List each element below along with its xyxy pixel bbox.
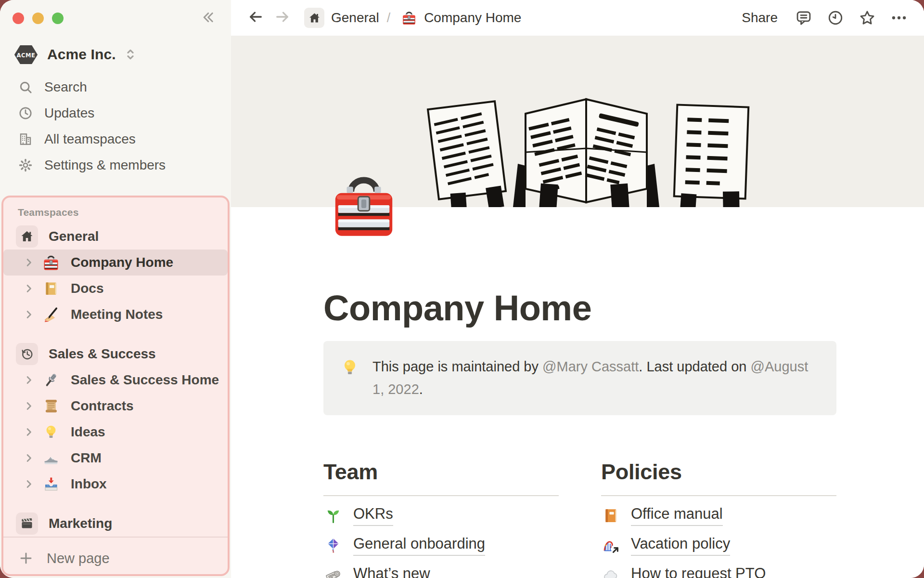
cover-illustration [419, 92, 756, 207]
sidebar-item-label: Company Home [71, 255, 173, 270]
page-link-vacation-policy[interactable]: Vacation policy [601, 535, 836, 556]
expand-chevron-icon[interactable] [22, 477, 36, 491]
orange-book-icon [601, 506, 620, 525]
breadcrumb-item-general[interactable]: General [293, 8, 379, 28]
expand-chevron-icon[interactable] [22, 255, 36, 270]
share-button[interactable]: Share [737, 7, 783, 28]
callout-text-segment: . Last updated on [639, 359, 750, 374]
sidebar: ACME Acme Inc. SearchUpdatesAll teamspac… [0, 0, 231, 578]
sidebar-nav: SearchUpdatesAll teamspacesSettings & me… [0, 74, 231, 178]
page-link-label[interactable]: OKRs [353, 505, 393, 526]
sidebar-item-label: CRM [71, 450, 102, 466]
forward-button[interactable] [272, 8, 293, 28]
teamspaces-label: Teamspaces [18, 207, 79, 218]
section-heading: Team [323, 460, 559, 496]
sidebar-item-search[interactable]: Search [0, 74, 231, 100]
sidebar-item-label: Contracts [71, 398, 134, 414]
mention[interactable]: @Mary Cassatt [542, 359, 639, 374]
expand-chevron-icon[interactable] [22, 281, 36, 296]
sidebar-item-crm[interactable]: CRM [3, 445, 228, 471]
ledger-icon [42, 279, 60, 298]
page-content: Company Home This page is maintained by … [323, 207, 836, 578]
teamspaces-section: Teamspaces [3, 201, 228, 223]
sidebar-item-label: Ideas [71, 424, 105, 440]
history-icon [827, 9, 844, 26]
page-icon-toolbox[interactable] [327, 170, 400, 241]
callout-block[interactable]: This page is maintained by @Mary Cassatt… [323, 341, 836, 415]
page-link-label[interactable]: Vacation policy [631, 535, 730, 556]
teamspace-icon-chip [16, 225, 38, 248]
sidebar-item-sales-success[interactable]: Sales & Success [3, 341, 228, 367]
page-link-how-to-request-pto[interactable]: How to request PTO [601, 565, 836, 578]
forward-arrow-icon [274, 9, 291, 27]
expand-chevron-icon[interactable] [22, 425, 36, 439]
star-button[interactable] [857, 7, 878, 28]
page-link-general-onboarding[interactable]: General onboarding [323, 535, 559, 556]
sidebar-item-company-home[interactable]: Company Home [3, 250, 228, 276]
sidebar-item-general[interactable]: General [3, 223, 228, 250]
expand-chevron-icon[interactable] [22, 399, 36, 413]
page-link-label[interactable]: What’s new [353, 565, 430, 578]
expand-chevron-icon[interactable] [22, 307, 36, 322]
ellipsis-button[interactable] [888, 7, 910, 28]
teamspaces-highlight-panel: Teamspaces GeneralCompany HomeDocsMeetin… [1, 196, 230, 576]
new-page-button[interactable]: New page [3, 538, 228, 576]
expand-chevron-icon[interactable] [22, 373, 36, 387]
sidebar-item-label: General [49, 229, 99, 244]
page-link-label[interactable]: How to request PTO [631, 565, 766, 578]
buildings-icon [17, 131, 34, 147]
sidebar-item-label: Meeting Notes [71, 307, 163, 322]
back-button[interactable] [245, 8, 266, 28]
history-button[interactable] [825, 7, 846, 28]
new-page-label: New page [47, 551, 110, 566]
back-arrow-icon [247, 9, 264, 27]
page-title[interactable]: Company Home [323, 287, 836, 329]
lightbulb-icon [42, 423, 60, 441]
traffic-light-minimize[interactable] [32, 13, 44, 24]
traffic-light-zoom[interactable] [52, 13, 64, 24]
sidebar-item-label: Sales & Success [49, 346, 156, 362]
breadcrumb-separator: / [387, 11, 391, 26]
inbox-icon [42, 475, 60, 493]
roller-coaster-arrow-icon [601, 536, 620, 555]
sidebar-item-updates[interactable]: Updates [0, 100, 231, 126]
traffic-light-close[interactable] [13, 13, 24, 24]
svg-text:ACME: ACME [17, 52, 36, 58]
breadcrumb-item-company-home[interactable]: Company Home [398, 10, 521, 26]
history-clock-icon [20, 347, 34, 361]
page-link-what-s-new[interactable]: What’s new [323, 565, 559, 578]
breadcrumb-label: General [331, 10, 379, 26]
workspace-name: Acme Inc. [47, 46, 116, 63]
sidebar-item-ideas[interactable]: Ideas [3, 419, 228, 445]
page-link-okrs[interactable]: OKRs [323, 505, 559, 526]
sidebar-item-contracts[interactable]: Contracts [3, 393, 228, 419]
house-icon [304, 8, 324, 28]
sidebar-item-settings-members[interactable]: Settings & members [0, 152, 231, 178]
sidebar-item-sales-success-home[interactable]: Sales & Success Home [3, 367, 228, 393]
collapse-sidebar-button[interactable] [198, 9, 218, 28]
star-icon [859, 9, 876, 26]
sidebar-item-all-teamspaces[interactable]: All teamspaces [0, 126, 231, 152]
sidebar-bottom: New page [3, 537, 228, 576]
page-link-label[interactable]: General onboarding [353, 535, 485, 556]
kite-icon [323, 536, 343, 555]
sidebar-item-meeting-notes[interactable]: Meeting Notes [3, 302, 228, 328]
sidebar-item-label: Docs [71, 281, 103, 296]
newspaper-icon [323, 565, 343, 578]
sidebar-item-docs[interactable]: Docs [3, 276, 228, 302]
callout-text: This page is maintained by @Mary Cassatt… [372, 355, 820, 401]
sidebar-item-label: Inbox [71, 476, 107, 492]
chevrons-updown-icon [123, 47, 138, 62]
workspace-switcher[interactable]: ACME Acme Inc. [0, 40, 231, 68]
sidebar-item-inbox[interactable]: Inbox [3, 471, 228, 497]
teamspaces-list: GeneralCompany HomeDocsMeeting NotesSale… [3, 223, 228, 537]
page-link-label[interactable]: Office manual [631, 505, 723, 526]
topbar-actions: Share [737, 7, 910, 28]
expand-chevron-icon[interactable] [22, 451, 36, 465]
page-link-office-manual[interactable]: Office manual [601, 505, 836, 526]
comment-button[interactable] [793, 7, 814, 28]
sidebar-item-label: All teamspaces [44, 131, 136, 147]
double-chevron-left-icon [200, 9, 216, 27]
sidebar-item-marketing[interactable]: Marketing [3, 511, 228, 537]
search-icon [17, 79, 34, 95]
